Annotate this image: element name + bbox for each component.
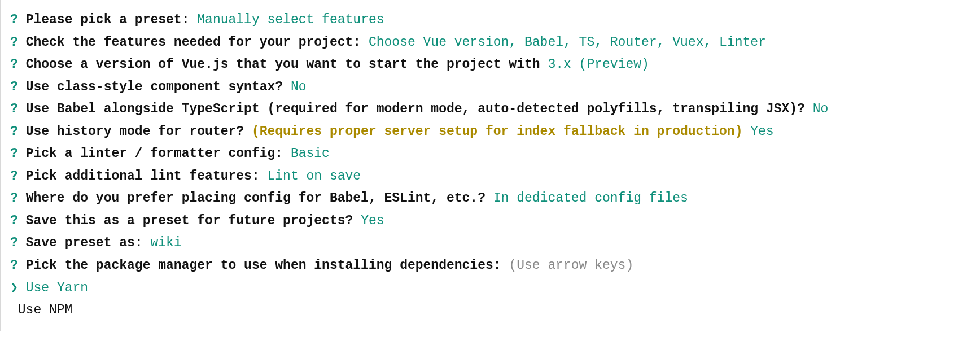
prompt-question: Pick the package manager to use when ins…	[26, 258, 509, 273]
question-mark-icon: ?	[10, 169, 18, 184]
prompt-question: Use class-style component syntax?	[26, 80, 291, 94]
question-mark-icon: ?	[10, 57, 18, 72]
prompt-line: ? Where do you prefer placing config for…	[6, 187, 975, 210]
prompt-answer: No	[291, 80, 307, 94]
prompt-line: ? Check the features needed for your pro…	[6, 32, 975, 54]
prompt-line: ? Pick additional lint features: Lint on…	[6, 165, 975, 188]
prompt-question: Pick a linter / formatter config:	[26, 146, 291, 161]
prompt-question: Save preset as:	[26, 235, 151, 250]
prompt-question: Choose a version of Vue.js that you want…	[26, 57, 548, 72]
question-mark-icon: ?	[10, 191, 18, 206]
prompt-question: Check the features needed for your proje…	[26, 35, 369, 50]
prompt-answer: Basic	[291, 146, 330, 161]
option-label: Use NPM	[10, 303, 72, 317]
question-mark-icon: ?	[10, 80, 18, 94]
prompt-line: ? Use class-style component syntax? No	[6, 76, 975, 99]
question-mark-icon: ?	[10, 124, 18, 139]
question-mark-icon: ?	[10, 235, 18, 250]
prompt-question: Where do you prefer placing config for B…	[26, 191, 493, 206]
question-mark-icon: ?	[10, 35, 18, 50]
prompt-line: ? Save this as a preset for future proje…	[6, 210, 975, 233]
prompt-question: Pick additional lint features:	[26, 169, 268, 184]
prompt-answer: Manually select features	[197, 12, 384, 27]
option-line-selected[interactable]: ❯ Use Yarn	[6, 277, 975, 300]
prompt-answer: Lint on save	[268, 169, 361, 184]
option-line[interactable]: Use NPM	[6, 299, 975, 322]
prompt-answer: 3.x (Preview)	[548, 57, 649, 72]
question-mark-icon: ?	[10, 102, 18, 116]
prompt-answer: No	[813, 102, 829, 116]
cursor-icon: ❯	[10, 281, 18, 295]
prompt-line: ? Save preset as: wiki	[6, 232, 975, 255]
prompt-question: Use Babel alongside TypeScript (required…	[26, 102, 813, 116]
prompt-note: (Requires proper server setup for index …	[252, 124, 750, 139]
question-mark-icon: ?	[10, 146, 18, 161]
prompt-answer: Choose Vue version, Babel, TS, Router, V…	[369, 35, 766, 50]
option-label: Use Yarn	[26, 281, 88, 295]
prompt-line: ? Please pick a preset: Manually select …	[6, 9, 975, 32]
prompt-question: Use history mode for router?	[26, 124, 252, 139]
prompt-line: ? Pick a linter / formatter config: Basi…	[6, 143, 975, 165]
prompt-line: ? Use history mode for router? (Requires…	[6, 121, 975, 143]
prompt-answer: Yes	[361, 213, 384, 228]
prompt-line: ? Use Babel alongside TypeScript (requir…	[6, 98, 975, 121]
prompt-hint: (Use arrow keys)	[509, 258, 633, 273]
prompt-question: Please pick a preset:	[26, 12, 198, 27]
prompt-answer: wiki	[150, 235, 181, 250]
prompt-answer: In dedicated config files	[493, 191, 688, 206]
question-mark-icon: ?	[10, 213, 18, 228]
prompt-answer: Yes	[750, 124, 773, 139]
question-mark-icon: ?	[10, 12, 18, 27]
active-prompt-line: ? Pick the package manager to use when i…	[6, 255, 975, 277]
terminal-output: ? Please pick a preset: Manually select …	[6, 9, 975, 322]
question-mark-icon: ?	[10, 258, 18, 273]
prompt-line: ? Choose a version of Vue.js that you wa…	[6, 54, 975, 76]
prompt-question: Save this as a preset for future project…	[26, 213, 361, 228]
